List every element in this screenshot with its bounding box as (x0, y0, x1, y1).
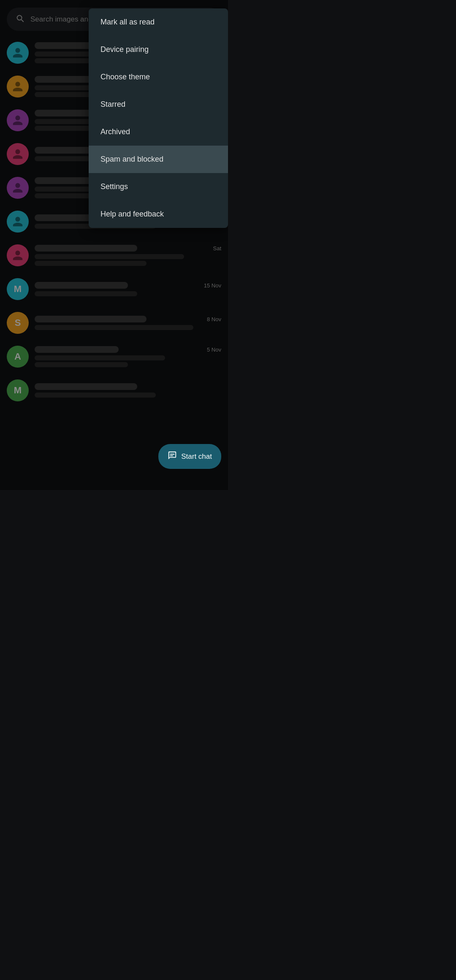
svg-rect-1 (170, 455, 173, 456)
start-chat-label: Start chat (181, 452, 212, 461)
menu-item-choose-theme[interactable]: Choose theme (89, 63, 228, 91)
menu-item-device-pairing[interactable]: Device pairing (89, 36, 228, 63)
menu-item-spam-blocked[interactable]: Spam and blocked (89, 146, 228, 173)
start-chat-fab[interactable]: Start chat (158, 444, 221, 469)
menu-item-archived[interactable]: Archived (89, 118, 228, 146)
dropdown-menu: Mark all as readDevice pairingChoose the… (89, 8, 228, 228)
menu-item-mark-all-read[interactable]: Mark all as read (89, 8, 228, 36)
svg-rect-0 (170, 454, 175, 455)
menu-item-help-feedback[interactable]: Help and feedback (89, 200, 228, 228)
menu-item-starred[interactable]: Starred (89, 91, 228, 118)
start-chat-icon (168, 451, 177, 462)
menu-item-settings[interactable]: Settings (89, 173, 228, 200)
